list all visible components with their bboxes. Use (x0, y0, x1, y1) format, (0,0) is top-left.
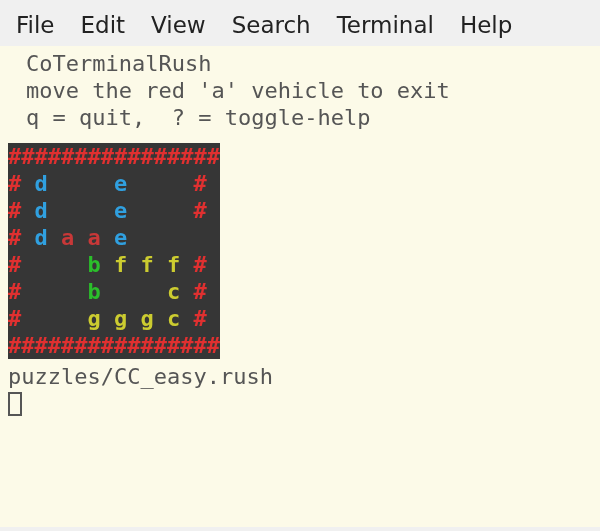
menu-terminal[interactable]: Terminal (337, 12, 434, 38)
terminal-window: File Edit View Search Terminal Help CoTe… (0, 0, 600, 531)
board-row: # d e # (8, 170, 220, 197)
game-board: ################# d e ## d e ## d a a e … (8, 143, 220, 359)
terminal-area[interactable]: CoTerminalRush move the red 'a' vehicle … (0, 46, 600, 527)
menu-search[interactable]: Search (232, 12, 311, 38)
menu-edit[interactable]: Edit (81, 12, 126, 38)
board-row: # b c # (8, 278, 220, 305)
game-keyhelp: q = quit, ? = toggle-help (0, 104, 600, 131)
board-row: # b f f f # (8, 251, 220, 278)
menu-file[interactable]: File (16, 12, 55, 38)
terminal-cursor (8, 392, 22, 416)
board-row: # d a a e (8, 224, 220, 251)
board-row: ################ (8, 332, 220, 359)
menu-bar: File Edit View Search Terminal Help (0, 0, 600, 46)
board-row: # g g g c # (8, 305, 220, 332)
menu-view[interactable]: View (151, 12, 206, 38)
board-row: ################ (8, 143, 220, 170)
game-goal: move the red 'a' vehicle to exit (0, 77, 600, 104)
game-title: CoTerminalRush (0, 50, 600, 77)
menu-help[interactable]: Help (460, 12, 512, 38)
board-row: # d e # (8, 197, 220, 224)
puzzle-path: puzzles/CC_easy.rush (0, 359, 600, 390)
